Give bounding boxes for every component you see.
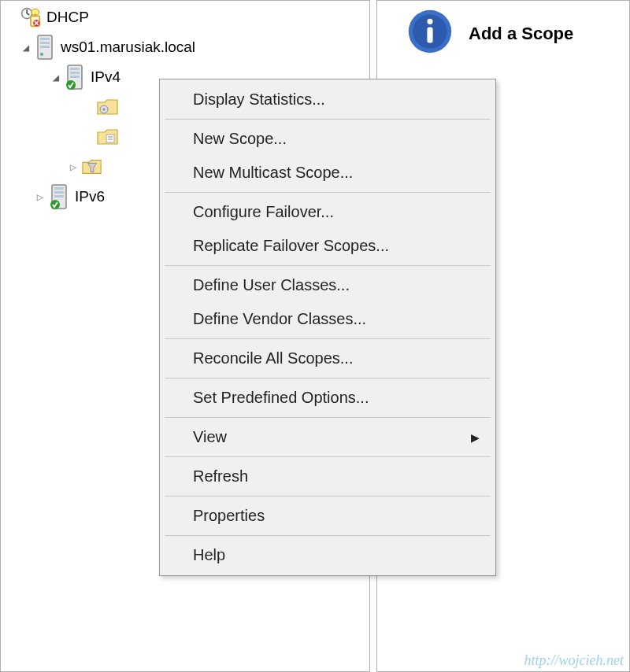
- menu-item-label: New Scope...: [193, 130, 287, 148]
- menu-separator: [165, 192, 491, 193]
- dhcp-root-icon: [20, 6, 42, 28]
- menu-item-refresh[interactable]: Refresh: [161, 460, 494, 493]
- tree-label: IPv4: [91, 68, 120, 86]
- menu-item-label: Define User Classes...: [193, 276, 350, 294]
- svg-rect-10: [40, 38, 50, 40]
- server-icon: [34, 36, 56, 58]
- folder-gear-icon: [97, 96, 119, 118]
- svg-point-13: [40, 53, 43, 56]
- svg-rect-27: [54, 195, 64, 198]
- info-icon: [407, 9, 453, 58]
- svg-rect-12: [40, 46, 50, 48]
- svg-rect-25: [54, 187, 64, 190]
- menu-item-label: View: [193, 428, 227, 446]
- menu-item-new-scope[interactable]: New Scope...: [161, 122, 494, 156]
- menu-item-label: Define Vendor Classes...: [193, 310, 366, 328]
- expand-collapse-icon[interactable]: ◢: [18, 41, 34, 54]
- menu-item-label: Replicate Failover Scopes...: [193, 237, 389, 255]
- ipv6-server-icon: [48, 186, 70, 208]
- watermark: http://wojcieh.net: [524, 652, 624, 669]
- tree-label: ws01.marusiak.local: [61, 39, 195, 56]
- menu-item-help[interactable]: Help: [161, 538, 494, 572]
- menu-item-label: Configure Failover...: [193, 203, 334, 221]
- menu-separator: [165, 535, 491, 536]
- menu-item-label: Help: [193, 546, 225, 564]
- menu-item-label: Set Predefined Options...: [193, 389, 369, 407]
- menu-separator: [165, 417, 491, 418]
- menu-item-view[interactable]: View ▶: [161, 420, 494, 454]
- menu-item-define-user-classes[interactable]: Define User Classes...: [161, 268, 494, 302]
- details-header: Add a Scope: [384, 9, 629, 58]
- svg-point-20: [103, 109, 106, 111]
- menu-separator: [165, 265, 491, 266]
- menu-item-label: Display Statistics...: [193, 90, 325, 109]
- tree-node-dhcp[interactable]: DHCP: [4, 2, 369, 32]
- tree-label: DHCP: [46, 9, 89, 26]
- svg-point-31: [427, 19, 432, 24]
- menu-item-configure-failover[interactable]: Configure Failover...: [161, 195, 494, 229]
- menu-item-define-vendor-classes[interactable]: Define Vendor Classes...: [161, 302, 494, 336]
- context-menu: Display Statistics... New Scope... New M…: [159, 79, 496, 576]
- details-title: Add a Scope: [469, 24, 573, 44]
- svg-rect-26: [54, 191, 64, 194]
- folder-list-icon: [97, 126, 119, 148]
- svg-rect-32: [427, 28, 432, 43]
- svg-rect-21: [106, 135, 114, 142]
- menu-item-label: Reconcile All Scopes...: [193, 349, 353, 367]
- menu-item-label: Refresh: [193, 467, 248, 486]
- menu-item-new-multicast-scope[interactable]: New Multicast Scope...: [161, 156, 494, 190]
- filter-folder-icon: [81, 156, 103, 178]
- menu-item-label: New Multicast Scope...: [193, 164, 353, 182]
- svg-rect-17: [70, 76, 80, 78]
- menu-separator: [165, 456, 491, 457]
- ipv4-server-icon: [64, 66, 86, 88]
- expand-icon[interactable]: ▷: [65, 161, 81, 173]
- submenu-arrow-icon: ▶: [471, 431, 480, 444]
- menu-separator: [165, 119, 491, 120]
- expand-collapse-icon[interactable]: ◢: [48, 71, 64, 83]
- menu-item-reconcile-all-scopes[interactable]: Reconcile All Scopes...: [161, 342, 494, 375]
- menu-item-properties[interactable]: Properties: [161, 499, 494, 533]
- expand-icon[interactable]: ▷: [32, 190, 48, 203]
- menu-item-display-statistics[interactable]: Display Statistics...: [161, 83, 494, 116]
- menu-separator: [165, 338, 491, 339]
- menu-separator: [165, 496, 491, 497]
- menu-separator: [165, 378, 491, 378]
- tree-label: IPv6: [75, 188, 105, 205]
- menu-item-set-predefined-options[interactable]: Set Predefined Options...: [161, 381, 494, 415]
- menu-item-label: Properties: [193, 507, 265, 525]
- svg-rect-15: [70, 68, 80, 70]
- svg-rect-11: [40, 42, 50, 44]
- tree-node-server[interactable]: ◢ ws01.marusiak.local: [4, 32, 369, 62]
- svg-rect-16: [70, 72, 80, 74]
- menu-item-replicate-failover-scopes[interactable]: Replicate Failover Scopes...: [161, 229, 494, 263]
